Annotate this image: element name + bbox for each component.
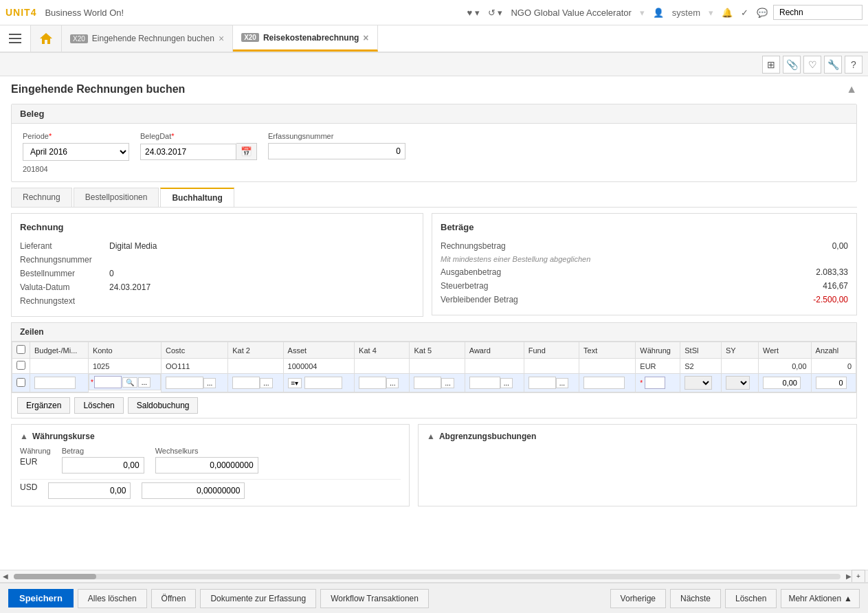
input-sy[interactable] — [721, 374, 758, 392]
scroll-right-icon[interactable]: ▶ — [846, 572, 852, 580]
input-award-field[interactable] — [469, 377, 500, 389]
erfassungsnummer-field: Erfassungsnummer — [268, 132, 405, 159]
input-kat2-field[interactable] — [232, 377, 260, 389]
belegdat-input[interactable] — [140, 144, 236, 160]
input-text-field[interactable] — [583, 377, 625, 389]
input-budget-field[interactable] — [34, 377, 76, 389]
betrage-row-2: Ausgabenbetrag 2.083,33 — [441, 265, 848, 279]
page-title: Eingehende Rechnungen buchen — [11, 83, 185, 96]
scroll-up-icon[interactable]: ▲ — [846, 83, 857, 96]
tab-close-2[interactable]: × — [363, 32, 368, 43]
input-stsl[interactable] — [680, 374, 722, 392]
ctab-rechnung[interactable]: Rechnung — [11, 188, 72, 207]
heart-icon[interactable]: ♥ ▾ — [467, 8, 480, 18]
input-budget[interactable] — [30, 374, 89, 392]
input-anzahl-field[interactable] — [816, 377, 847, 389]
tab-badge-2: X20 — [241, 33, 259, 42]
mehr-aktionen-button[interactable]: Mehr Aktionen ▲ — [781, 589, 860, 608]
input-kat5-field[interactable] — [414, 377, 441, 389]
clock-icon[interactable]: ↺ ▾ — [488, 8, 503, 18]
vorherige-button[interactable]: Vorherige — [610, 589, 666, 608]
fund-more-btn[interactable]: ... — [556, 378, 568, 388]
org-selector[interactable]: NGO Global Value Accelerator — [511, 8, 631, 18]
input-asset[interactable]: ≡▾ — [283, 374, 355, 392]
input-anzahl[interactable] — [811, 374, 856, 392]
hscroll-track[interactable] — [14, 574, 841, 579]
erfassungsnummer-input[interactable] — [268, 143, 405, 159]
betrage-val-2: 2.083,33 — [816, 267, 848, 277]
check-icon[interactable]: ✓ — [741, 8, 748, 18]
chat-icon[interactable]: 💬 — [757, 8, 768, 18]
dokumente-button[interactable]: Dokumente zur Erfassung — [200, 589, 316, 608]
speichern-button[interactable]: Speichern — [8, 589, 74, 608]
ctab-bestellpositionen[interactable]: Bestellpositionen — [74, 188, 159, 207]
scroll-left-icon[interactable]: ◀ — [3, 572, 8, 580]
konto-search-btn[interactable]: 🔍 — [122, 377, 137, 388]
alles-loschen-button[interactable]: Alles löschen — [78, 589, 147, 608]
rechnung-val-3: 24.03.2017 — [109, 282, 151, 292]
wahrung-betrag2-input[interactable] — [48, 482, 131, 499]
home-button[interactable] — [31, 25, 62, 52]
costc-more-btn[interactable]: ... — [203, 378, 216, 388]
betrage-label-2: Ausgabenbetrag — [441, 267, 501, 277]
wahrung-currency-field: Währung EUR — [20, 447, 51, 473]
input-stsl-select[interactable] — [685, 376, 712, 390]
layout-icon[interactable]: ⊞ — [762, 56, 780, 74]
select-all-checkbox[interactable] — [16, 345, 25, 354]
saldobuchung-button[interactable]: Saldobuchung — [128, 397, 199, 414]
wahrung-wechselkurs-input[interactable] — [155, 457, 258, 473]
input-konto-field[interactable] — [94, 376, 122, 388]
tab-eingehende-rechnungen[interactable]: X20 Eingehende Rechnungen buchen × — [62, 25, 233, 52]
paperclip-icon[interactable]: 📎 — [783, 56, 801, 74]
menu-icon[interactable] — [0, 25, 31, 52]
input-wahrung-field[interactable] — [645, 377, 665, 389]
wahrung-wechselkurs2-input[interactable] — [142, 482, 245, 499]
input-kat2[interactable]: ... — [228, 374, 283, 392]
add-row-button[interactable]: + — [852, 570, 865, 583]
input-konto[interactable]: * 🔍 ... — [89, 374, 161, 390]
user-name[interactable]: system — [672, 8, 700, 18]
date-picker-icon[interactable]: 📅 — [236, 143, 257, 160]
tab-close-1[interactable]: × — [219, 33, 224, 44]
asset-list-btn[interactable]: ≡▾ — [288, 378, 302, 388]
loschen-row-button[interactable]: Löschen — [74, 397, 123, 414]
loschen-button[interactable]: Löschen — [725, 589, 777, 608]
bookmark-icon[interactable]: ♡ — [803, 56, 821, 74]
bell-icon[interactable]: 🔔 — [722, 8, 733, 18]
tab-reisekostenabrechnung[interactable]: X20 Reisekostenabrechnung × — [233, 25, 377, 52]
input-asset-field[interactable] — [304, 377, 342, 389]
offnen-button[interactable]: Öffnen — [151, 589, 197, 608]
row-checkbox[interactable] — [16, 361, 25, 370]
input-fund-field[interactable] — [528, 377, 556, 389]
input-kat5[interactable]: ... — [410, 374, 465, 392]
search-input[interactable] — [773, 5, 863, 20]
kat5-more-btn[interactable]: ... — [441, 378, 454, 388]
input-costc-field[interactable] — [166, 377, 203, 389]
input-award[interactable]: ... — [465, 374, 524, 392]
wahrung-betrag-input[interactable] — [62, 457, 144, 473]
award-more-btn[interactable]: ... — [500, 378, 513, 388]
input-wert-field[interactable] — [763, 377, 801, 389]
input-fund[interactable]: ... — [524, 374, 579, 392]
input-wert[interactable] — [758, 374, 811, 392]
wrench-icon[interactable]: 🔧 — [824, 56, 842, 74]
periode-select[interactable]: April 2016 — [23, 143, 129, 161]
workflow-button[interactable]: Workflow Transaktionen — [320, 589, 429, 608]
konto-more-btn[interactable]: ... — [138, 377, 151, 388]
nachste-button[interactable]: Nächste — [670, 589, 721, 608]
kat2-more-btn[interactable]: ... — [260, 378, 272, 388]
kat4-more-btn[interactable]: ... — [386, 378, 399, 388]
wahrung-collapse-icon[interactable]: ▲ — [20, 432, 28, 441]
input-costc[interactable]: ... — [162, 374, 228, 392]
input-wahrung[interactable]: * — [636, 374, 680, 392]
hscroll-thumb[interactable] — [14, 574, 96, 579]
abgr-collapse-icon[interactable]: ▲ — [427, 432, 435, 441]
help-icon[interactable]: ? — [845, 56, 863, 74]
input-kat4[interactable]: ... — [355, 374, 410, 392]
input-kat4-field[interactable] — [359, 377, 386, 389]
input-text[interactable] — [579, 374, 636, 392]
erganze-button[interactable]: Ergänzen — [17, 397, 70, 414]
ctab-buchhaltung[interactable]: Buchhaltung — [160, 188, 234, 207]
input-sy-select[interactable] — [726, 376, 750, 390]
input-checkbox[interactable] — [16, 378, 25, 387]
